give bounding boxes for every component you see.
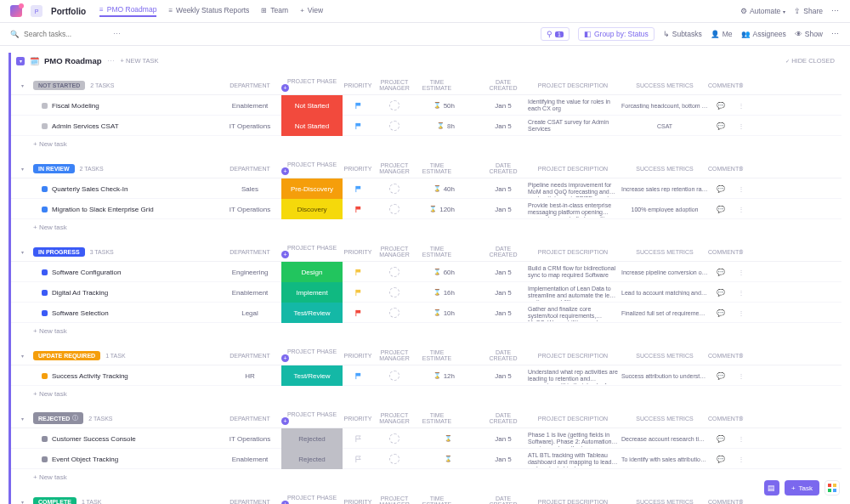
more-menu[interactable]: ⋯ (831, 7, 840, 15)
comment-cell[interactable]: 💬 (708, 122, 734, 130)
status-dot[interactable] (42, 186, 48, 192)
automate-button[interactable]: ⚙Automate▾ (740, 7, 785, 15)
comment-cell[interactable]: 💬 (708, 372, 734, 380)
workspace-badge[interactable]: P (31, 5, 42, 17)
department-cell[interactable]: HR (218, 372, 281, 380)
add-column-button[interactable]: ⊕ (739, 352, 744, 358)
department-cell[interactable]: IT Operations (218, 435, 281, 443)
row-menu[interactable]: ⋮ (734, 372, 749, 380)
project-manager-cell[interactable] (373, 371, 416, 381)
add-phase-icon[interactable]: + (281, 417, 289, 425)
priority-cell[interactable] (343, 372, 373, 380)
time-estimate-cell[interactable]: ⌛10h (416, 309, 458, 317)
status-pill[interactable]: REJECTED ⓘ (33, 412, 83, 424)
time-estimate-cell[interactable]: ⌛ (416, 456, 458, 462)
priority-cell[interactable] (343, 309, 373, 317)
phase-cell[interactable]: Implement (281, 282, 343, 303)
time-estimate-cell[interactable]: ⌛12h (416, 372, 458, 380)
new-task-header-button[interactable]: + NEW TASK (121, 57, 159, 65)
row-menu[interactable]: ⋮ (734, 289, 749, 297)
comment-cell[interactable]: 💬 (708, 435, 734, 443)
add-phase-icon[interactable]: + (281, 354, 289, 362)
add-phase-icon[interactable]: + (281, 167, 289, 175)
task-row[interactable]: Customer Success ConsoleIT OperationsRej… (11, 428, 842, 449)
task-row[interactable]: Admin Services CSATIT OperationsNot Star… (11, 116, 842, 136)
task-row[interactable]: Success Activity TrackingHRTest/Review⌛1… (11, 365, 842, 386)
group-collapse-toggle[interactable]: ▾ (19, 415, 26, 422)
description-cell[interactable]: Understand what rep activities are leadi… (524, 367, 621, 385)
row-menu[interactable]: ⋮ (734, 456, 749, 463)
task-row[interactable]: Software SelectionLegalTest/Review⌛10hJa… (11, 303, 842, 323)
success-metric-cell[interactable]: To identify with sales attribution varia… (621, 456, 708, 462)
comment-cell[interactable]: 💬 (708, 102, 734, 110)
project-manager-cell[interactable] (373, 204, 416, 214)
groupby-button[interactable]: ◧Group by: Status (578, 27, 654, 41)
comment-cell[interactable]: 💬 (708, 185, 734, 193)
new-task-button[interactable]: + New task (11, 219, 842, 235)
time-estimate-cell[interactable]: ⌛50h (416, 102, 458, 110)
status-pill[interactable]: IN REVIEW (33, 164, 75, 173)
time-estimate-cell[interactable]: ⌛8h (416, 122, 458, 130)
phase-cell[interactable]: Design (281, 262, 343, 282)
project-manager-cell[interactable] (373, 433, 416, 444)
description-cell[interactable]: Identifying the value for roles in each … (524, 97, 621, 115)
success-metric-cell[interactable]: Lead to account matching and handling of… (621, 290, 708, 296)
group-collapse-toggle[interactable]: ▾ (19, 248, 26, 255)
project-manager-cell[interactable] (373, 287, 416, 297)
search-more-icon[interactable]: ⋯ (113, 30, 122, 38)
project-manager-cell[interactable] (373, 267, 416, 277)
task-row[interactable]: Digital Ad TrackingEnablementImplement⌛1… (11, 282, 842, 303)
add-column-button[interactable]: ⊕ (739, 82, 744, 88)
phase-cell[interactable]: Not Started (281, 116, 343, 136)
project-manager-cell[interactable] (373, 184, 416, 194)
status-pill[interactable]: NOT STARTED (33, 81, 85, 90)
priority-cell[interactable] (343, 206, 373, 213)
assignees-button[interactable]: 👥Assignees (741, 30, 786, 38)
notepad-button[interactable]: ▤ (764, 480, 779, 496)
status-dot[interactable] (42, 123, 48, 129)
task-row[interactable]: Software ConfigurationEngineeringDesign⌛… (11, 262, 842, 282)
phase-cell[interactable]: Not Started (281, 95, 343, 116)
group-collapse-toggle[interactable]: ▾ (19, 165, 26, 172)
priority-cell[interactable] (343, 435, 373, 443)
status-dot[interactable] (42, 373, 48, 379)
project-manager-cell[interactable] (373, 121, 416, 131)
description-cell[interactable]: Gather and finalize core system/tool req… (524, 304, 621, 322)
description-cell[interactable]: Build a CRM flow for bidirectional sync … (524, 263, 621, 281)
time-estimate-cell[interactable]: ⌛16h (416, 289, 458, 297)
department-cell[interactable]: IT Operations (218, 206, 281, 213)
department-cell[interactable]: Enablement (218, 289, 281, 297)
comment-cell[interactable]: 💬 (708, 269, 734, 276)
phase-cell[interactable]: Rejected (281, 428, 343, 449)
time-estimate-cell[interactable]: ⌛40h (416, 185, 458, 193)
status-pill[interactable]: COMPLETE (33, 497, 76, 505)
subtasks-button[interactable]: ↳Subtasks (663, 30, 702, 38)
search-input[interactable] (24, 30, 109, 38)
phase-cell[interactable]: Pre-Discovery (281, 178, 343, 199)
add-phase-icon[interactable]: + (281, 84, 289, 92)
task-row[interactable]: Quarterly Sales Check-InSalesPre-Discove… (11, 178, 842, 199)
priority-cell[interactable] (343, 122, 373, 130)
time-estimate-cell[interactable]: ⌛ (416, 435, 458, 442)
department-cell[interactable]: Sales (218, 185, 281, 193)
comment-cell[interactable]: 💬 (708, 309, 734, 317)
comment-cell[interactable]: 💬 (708, 456, 734, 463)
success-metric-cell[interactable]: Success attribution to understand custom… (621, 373, 708, 379)
tab-weekly-status-reports[interactable]: ≡Weekly Status Reports (168, 5, 249, 17)
status-pill[interactable]: UPDATE REQUIRED (33, 351, 100, 360)
phase-cell[interactable]: Test/Review (281, 303, 343, 323)
row-menu[interactable]: ⋮ (734, 122, 749, 130)
tab-pmo-roadmap[interactable]: ≡PMO Roadmap (99, 5, 156, 17)
description-cell[interactable]: Pipeline needs improvement for MoM and Q… (524, 180, 621, 198)
project-manager-cell[interactable] (373, 308, 416, 318)
success-metric-cell[interactable]: Increase sales rep retention rates QoQ a… (621, 186, 708, 192)
success-metric-cell[interactable]: Increase pipeline conversion of new busi… (621, 269, 708, 275)
add-column-button[interactable]: ⊕ (739, 248, 744, 254)
status-dot[interactable] (42, 436, 48, 442)
group-collapse-toggle[interactable]: ▾ (19, 352, 26, 359)
group-collapse-toggle[interactable]: ▾ (19, 498, 26, 504)
phase-cell[interactable]: Rejected (281, 449, 343, 469)
row-menu[interactable]: ⋮ (734, 269, 749, 276)
description-cell[interactable]: Provide best-in-class enterprise messagi… (524, 201, 621, 218)
status-dot[interactable] (42, 103, 48, 109)
